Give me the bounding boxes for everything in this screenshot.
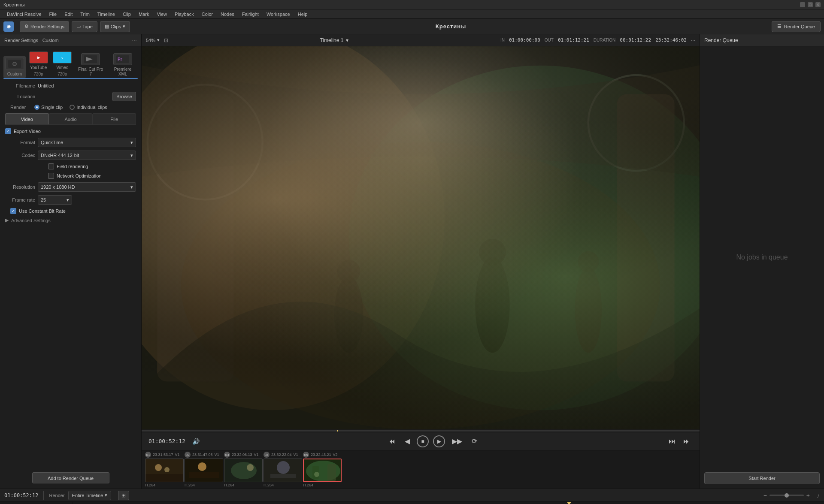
network-opt-checkbox[interactable] [48,173,54,179]
render-settings-btn[interactable]: ⚙ Render Settings [20,21,69,32]
resolution-select[interactable]: 1920 x 1080 HD ▾ [38,182,136,192]
go-to-start-btn[interactable]: ⏮ [386,437,398,446]
no-jobs-label: No jobs in queue [736,254,788,261]
menu-trim[interactable]: Trim [77,11,93,18]
network-opt-row: Network Optimization [5,173,136,179]
render-mode-select[interactable]: Entire Timeline ▾ [68,491,112,500]
svg-rect-27 [185,459,223,482]
clip-1-track: V1 [175,453,180,457]
menu-timeline[interactable]: Timeline [94,11,118,18]
preset-vimeo[interactable]: v Vimeo 720p [51,50,73,78]
tape-btn[interactable]: ▭ Tape [72,21,97,32]
preset-finalcut[interactable]: Final Cut Pro 7 [75,51,106,78]
individual-clips-option[interactable]: Individual clips [70,105,107,110]
clip-1-thumb[interactable] [145,459,184,482]
preset-premiere-icon: Pr [113,53,132,65]
field-rendering-row: Field rendering [5,163,136,169]
timeline-dropdown-icon[interactable]: ▾ [346,37,348,43]
preview-header: 54% ▾ ⊡ Timeline 1 ▾ IN 01:00:00:00 OUT … [142,34,700,46]
zoom-dropdown-icon[interactable]: ▾ [157,37,160,43]
clip-2-thumb[interactable] [185,459,223,482]
render-queue-btn[interactable]: ☰ Render Queue [772,21,821,32]
render-options: Render Single clip Individual clips [5,105,136,110]
stop-btn[interactable]: ■ [417,435,429,447]
advanced-settings-header[interactable]: ▶ Advanced Settings [5,217,136,223]
clip-5-codec: H.264 [303,483,342,487]
menu-nodes[interactable]: Nodes [217,11,238,18]
clip-3-timecode: 23:32:06:13 [232,453,252,457]
zoom-slider[interactable] [769,495,804,496]
clip-5-thumb[interactable] [303,459,342,482]
preset-premiere[interactable]: Pr Premiere XML [108,51,138,78]
clips-btn[interactable]: ▤ Clips ▾ [100,21,130,32]
minimize-btn[interactable]: — [800,2,805,7]
clip-item-4: 04 23:32:22:04 V1 H.264 [264,452,302,487]
menu-color[interactable]: Color [198,11,216,18]
panel-options-btn[interactable]: ··· [132,37,137,44]
framerate-select[interactable]: 25 ▾ [38,195,72,205]
zoom-fit-icon[interactable]: ⊡ [164,37,168,43]
menu-help[interactable]: Help [294,11,311,18]
timeline-tool-1[interactable]: ⊞ [118,491,129,500]
more-options-icon[interactable]: ··· [691,37,695,43]
clip-2-track: V1 [215,453,219,457]
clip-3-num: 03 [224,452,230,458]
transport-controls: ⏮ ◀ ■ ▶ ▶▶ ⟳ [205,435,661,447]
resolution-label: Resolution [5,184,35,190]
menu-mark[interactable]: Mark [135,11,152,18]
preset-vimeo-label: Vimeo [56,65,68,70]
tab-file[interactable]: File [92,113,136,124]
preset-youtube[interactable]: ▶ YouTube 720p [27,50,50,78]
tab-audio[interactable]: Audio [49,113,93,124]
zoom-out-btn[interactable]: − [763,492,767,499]
clip-item-3: 03 23:32:06:13 V1 H.264 [224,452,263,487]
scrubber-bar[interactable] [142,429,700,432]
zoom-in-btn[interactable]: + [806,492,810,499]
codec-select[interactable]: DNxHR 444 12-bit ▾ [38,151,136,160]
clip-4-codec: H.264 [264,483,302,487]
field-rendering-checkbox[interactable] [48,163,54,169]
format-dropdown-icon: ▾ [130,140,133,145]
framerate-label: Frame rate [5,197,35,202]
menu-playback[interactable]: Playback [171,11,197,18]
step-back-btn[interactable]: ◀ [402,436,412,446]
preset-premiere-label: Premiere XML [110,67,135,76]
add-to-render-queue-btn[interactable]: Add to Render Queue [32,472,109,483]
clip-4-thumb[interactable] [264,459,302,482]
single-clip-option[interactable]: Single clip [34,105,63,110]
zoom-value: 54% [146,38,155,43]
tab-video[interactable]: Video [5,113,49,124]
single-clip-radio[interactable] [34,105,39,110]
menu-file[interactable]: File [46,11,61,18]
format-select[interactable]: QuickTime ▾ [38,138,136,147]
preset-youtube-icon: ▶ [29,51,48,63]
browse-btn[interactable]: Browse [112,92,136,101]
loop-btn[interactable]: ⟳ [469,436,480,446]
maximize-btn[interactable]: □ [808,2,813,7]
clip-3-thumb[interactable] [224,459,263,482]
play-btn[interactable]: ▶ [433,435,445,447]
menu-view[interactable]: View [153,11,170,18]
menu-fairlight[interactable]: Fairlight [239,11,262,18]
clips-icon: ▤ [105,24,109,29]
start-render-btn[interactable]: Start Render [704,472,820,484]
step-forward-btn[interactable]: ▶▶ [449,436,465,446]
timeline-ruler: 01:00:08:00 01:00:15:00 01:00:24:00 01:0… [73,502,824,504]
menu-workspace[interactable]: Workspace [263,11,294,18]
mark-out-btn[interactable]: ⏭ [681,437,693,446]
constant-bitrate-checkbox[interactable] [10,208,16,214]
mark-in-btn[interactable]: ⏭ [666,437,678,446]
export-video-checkbox[interactable] [5,128,11,134]
field-rendering-label: Field rendering [57,164,88,169]
individual-clips-radio[interactable] [70,105,75,110]
close-btn[interactable]: ✕ [815,2,821,7]
format-label: Format [5,140,35,145]
clip-item-2: 02 23:31:47:05 V1 H.264 [185,452,223,487]
timeline-content: 01:00:52:12 4 Clips A1 Audio 1 2.0 S M A… [0,502,824,504]
menu-edit[interactable]: Edit [61,11,76,18]
audio-toggle-icon[interactable]: 🔊 [192,438,200,445]
render-queue-panel: Render Queue No jobs in queue Start Rend… [700,34,824,489]
menu-clip[interactable]: Clip [119,11,134,18]
menu-davinci-resolve[interactable]: DaVinci Resolve [3,11,45,18]
preset-custom[interactable]: Custom [3,56,26,78]
